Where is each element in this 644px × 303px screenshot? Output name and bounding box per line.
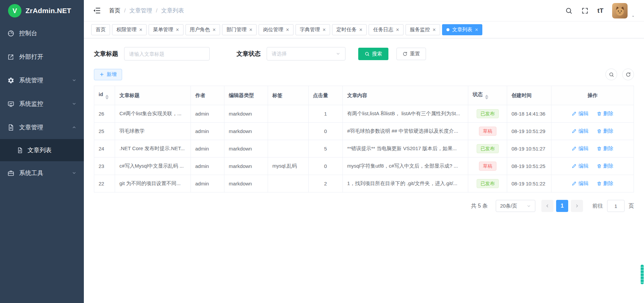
column-header[interactable]: id <box>94 86 115 105</box>
fullscreen-icon[interactable] <box>581 7 589 14</box>
tab[interactable]: 定时任务 × <box>332 24 367 35</box>
font-size-icon[interactable]: tT <box>597 7 603 14</box>
edit-button[interactable]: 编辑 <box>572 128 588 134</box>
page-size-value: 20条/页 <box>500 203 517 209</box>
page-number-current[interactable]: 1 <box>556 200 568 212</box>
search-icon[interactable] <box>565 7 573 14</box>
sidebar-item-article-admin[interactable]: 文章管理 <box>0 116 84 139</box>
delete-button[interactable]: 删除 <box>597 180 613 187</box>
reset-button-label: 重置 <box>410 51 420 57</box>
close-icon[interactable]: × <box>249 27 252 33</box>
search-button[interactable]: 搜索 <box>358 48 388 60</box>
tab-label: 菜单管理 <box>153 27 173 33</box>
column-header[interactable]: 点击量 <box>309 86 343 105</box>
close-icon[interactable]: × <box>433 27 436 33</box>
column-header[interactable]: 文章内容 <box>343 86 468 105</box>
next-page-button[interactable] <box>571 200 583 212</box>
column-header[interactable]: 标签 <box>268 86 309 105</box>
cell-author: admin <box>191 158 224 175</box>
sidebar-item-system-monitor[interactable]: 系统监控 <box>0 92 84 116</box>
status-badge: 已发布 <box>477 179 499 188</box>
edit-button[interactable]: 编辑 <box>572 145 588 152</box>
tab[interactable]: 任务日志 × <box>369 24 403 35</box>
edit-button[interactable]: 编辑 <box>572 180 588 187</box>
table-row[interactable]: 26 C#两个list集合实现关联，... admin markdown 1 有… <box>94 105 634 123</box>
table-row[interactable]: 24 .NET Core 发布时提示.NET... admin markdown… <box>94 140 634 158</box>
reset-button[interactable]: 重置 <box>396 48 426 60</box>
edit-icon <box>572 129 577 134</box>
tab[interactable]: 字典管理 × <box>296 24 330 35</box>
sort-icon[interactable] <box>105 95 109 99</box>
close-icon[interactable]: × <box>213 27 216 33</box>
tab-label: 任务日志 <box>373 27 393 33</box>
sort-icon[interactable] <box>485 95 488 99</box>
tab[interactable]: 菜单管理 × <box>149 24 183 35</box>
table-row[interactable]: 22 git 为不同的项目设置不同... admin markdown 2 1，… <box>94 175 634 192</box>
column-header[interactable]: 创建时间 <box>507 86 551 105</box>
page-size-select[interactable]: 20条/页 <box>496 200 535 212</box>
edit-button[interactable]: 编辑 <box>572 163 588 169</box>
article-status-select[interactable]: 请选择 <box>267 47 345 60</box>
chevron-right-icon <box>575 204 579 208</box>
close-icon[interactable]: × <box>323 27 326 33</box>
sidebar-item-system-admin[interactable]: 系统管理 <box>0 69 84 92</box>
sidebar-fold-icon[interactable] <box>93 6 101 15</box>
column-label: 作者 <box>195 92 205 98</box>
cell-editor: markdown <box>224 140 268 158</box>
close-icon[interactable]: × <box>139 27 142 33</box>
tab[interactable]: 权限管理 × <box>112 24 147 35</box>
sidebar-item-dashboard[interactable]: 控制台 <box>0 21 84 45</box>
delete-button[interactable]: 删除 <box>597 111 613 117</box>
toggle-search-button[interactable] <box>605 69 617 80</box>
column-header[interactable]: 操作 <box>551 86 634 105</box>
table-row[interactable]: 23 c#写入Mysql中文显示乱码 ... admin markdown my… <box>94 158 634 175</box>
sidebar-item-external-open[interactable]: 外部打开 <box>0 45 84 69</box>
toolbar-right <box>605 69 634 80</box>
document-icon <box>17 147 23 154</box>
table-row[interactable]: 25 羽毛球教学 admin markdown 0 #羽毛球拍参数说明 ## 中… <box>94 123 634 140</box>
avatar[interactable] <box>612 3 628 18</box>
tab[interactable]: 服务监控 × <box>406 24 440 35</box>
sidebar-item-system-tools[interactable]: 系统工具 <box>0 161 84 185</box>
delete-button[interactable]: 删除 <box>597 145 613 152</box>
filter-bar: 文章标题 文章状态 请选择 搜索 重置 <box>84 38 644 64</box>
table-head: id 文章标题 作者 编辑器类型 <box>94 86 634 105</box>
tab[interactable]: 文章列表 × <box>442 24 482 35</box>
sidebar-subitem-label: 文章列表 <box>28 146 52 154</box>
tab[interactable]: 部门管理 × <box>222 24 257 35</box>
tab[interactable]: 首页 <box>91 24 110 35</box>
caret-down-icon[interactable] <box>631 14 635 18</box>
column-header[interactable]: 文章标题 <box>115 86 191 105</box>
sidebar-item-label: 外部打开 <box>19 53 43 61</box>
delete-label: 删除 <box>603 180 613 187</box>
article-table: id 文章标题 作者 编辑器类型 <box>94 86 634 192</box>
close-icon[interactable]: × <box>475 27 478 33</box>
floating-widget[interactable] <box>641 265 644 284</box>
tab[interactable]: 岗位管理 × <box>259 24 293 35</box>
refresh-table-button[interactable] <box>622 69 634 80</box>
cell-content: 1，找到项目所在目录下的 .git/文件夹，进入.git/... <box>343 175 468 192</box>
close-icon[interactable]: × <box>359 27 362 33</box>
breadcrumb-home[interactable]: 首页 <box>109 7 120 14</box>
close-icon[interactable]: × <box>396 27 399 33</box>
breadcrumb-article-admin[interactable]: 文章管理 <box>129 7 152 14</box>
article-title-input[interactable] <box>124 47 210 60</box>
column-header[interactable]: 状态 <box>468 86 507 105</box>
column-header[interactable]: 作者 <box>191 86 224 105</box>
monitor-icon <box>7 100 14 107</box>
prev-page-button[interactable] <box>541 200 553 212</box>
delete-button[interactable]: 删除 <box>597 163 613 169</box>
add-button[interactable]: 新增 <box>94 69 122 80</box>
column-header[interactable]: 编辑器类型 <box>224 86 268 105</box>
edit-button[interactable]: 编辑 <box>572 111 588 117</box>
close-icon[interactable]: × <box>286 27 289 33</box>
goto-page-input[interactable] <box>607 200 625 212</box>
tab-label: 首页 <box>96 27 106 33</box>
close-icon[interactable]: × <box>176 27 179 33</box>
delete-label: 删除 <box>603 111 613 117</box>
breadcrumb: 首页 / 文章管理 / 文章列表 <box>109 7 184 14</box>
sidebar-item-article-list[interactable]: 文章列表 <box>0 139 84 161</box>
delete-button[interactable]: 删除 <box>597 128 613 134</box>
tab[interactable]: 用户角色 × <box>185 24 220 35</box>
column-label: 文章标题 <box>119 92 140 98</box>
